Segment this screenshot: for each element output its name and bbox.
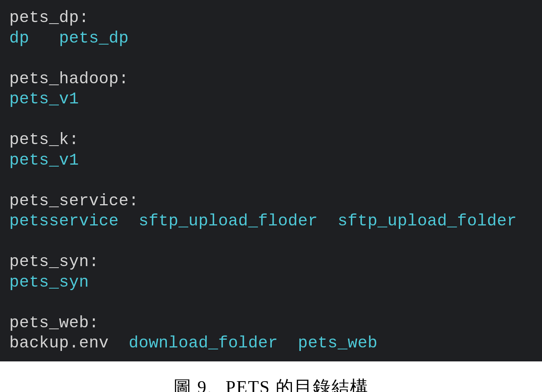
- dir-entry: sftp_upload_folder: [338, 212, 517, 230]
- dir-entry: pets_syn: [9, 273, 89, 292]
- spacer: [318, 212, 338, 230]
- dir-entry: sftp_upload_floder: [139, 212, 318, 230]
- figure-caption: 圖 9、PETS 的目錄結構: [0, 361, 542, 392]
- blank-line: [9, 232, 533, 252]
- dir-entries: dp pets_dp: [9, 28, 533, 49]
- dir-entry: pets_web: [298, 334, 377, 352]
- dir-entry: dp: [9, 29, 29, 48]
- dir-entry: download_folder: [129, 334, 278, 352]
- spacer: [29, 29, 59, 48]
- dir-header: pets_web:: [9, 313, 533, 334]
- blank-line: [9, 110, 533, 130]
- file-entry: backup.env: [9, 334, 109, 352]
- dir-header: pets_hadoop:: [9, 69, 533, 89]
- dir-header: pets_service:: [9, 191, 533, 211]
- dir-entry: pets_dp: [59, 29, 129, 48]
- blank-line: [9, 170, 533, 191]
- dir-entry: pets_v1: [9, 151, 79, 170]
- dir-entries: pets_syn: [9, 272, 533, 293]
- dir-header: pets_dp:: [9, 8, 533, 28]
- spacer: [278, 334, 298, 352]
- dir-entries: petsservice sftp_upload_floder sftp_uplo…: [9, 211, 533, 232]
- dir-entry: petsservice: [9, 212, 119, 230]
- dir-entries: pets_v1: [9, 150, 533, 171]
- terminal-output: pets_dp: dp pets_dp pets_hadoop: pets_v1…: [0, 0, 542, 361]
- dir-entries: backup.env download_folder pets_web: [9, 333, 533, 354]
- blank-line: [9, 48, 533, 69]
- spacer: [119, 212, 139, 230]
- dir-entries: pets_v1: [9, 89, 533, 110]
- blank-line: [9, 292, 533, 313]
- dir-entry: pets_v1: [9, 90, 79, 108]
- spacer: [109, 334, 129, 352]
- dir-header: pets_syn:: [9, 252, 533, 272]
- dir-header: pets_k:: [9, 130, 533, 150]
